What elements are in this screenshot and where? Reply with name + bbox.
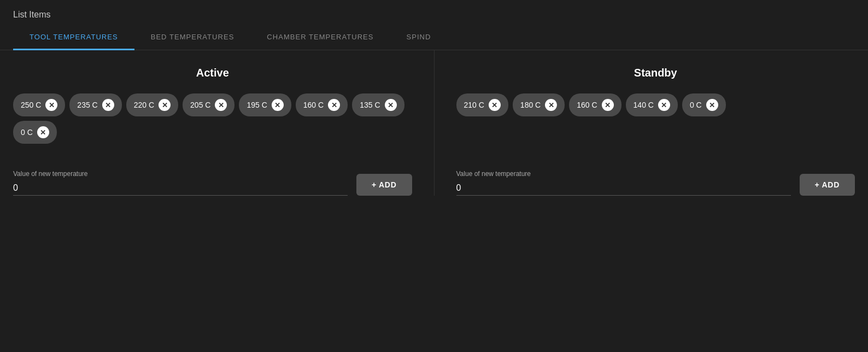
active-tag-2: 220 C✕ [126, 93, 178, 116]
standby-tag-label-2: 160 C [577, 101, 597, 109]
main-content: Active 250 C✕235 C✕220 C✕205 C✕195 C✕160… [0, 50, 868, 196]
standby-tag-2: 160 C✕ [569, 93, 621, 116]
active-tag-label-1: 235 C [77, 101, 97, 109]
standby-tag-remove-0[interactable]: ✕ [489, 99, 501, 111]
tabs-bar: TOOL TEMPERATURES BED TEMPERATURES CHAMB… [0, 25, 868, 50]
standby-tag-1: 180 C✕ [513, 93, 565, 116]
standby-tag-remove-1[interactable]: ✕ [545, 99, 557, 111]
active-tag-6: 135 C✕ [352, 93, 404, 116]
active-tag-3: 205 C✕ [183, 93, 234, 116]
active-tag-label-5: 160 C [303, 101, 324, 109]
active-tag-remove-1[interactable]: ✕ [102, 99, 114, 111]
standby-tag-remove-2[interactable]: ✕ [602, 99, 614, 111]
standby-section-title: Standby [456, 67, 855, 79]
standby-tag-label-1: 180 C [520, 101, 541, 109]
active-tag-remove-4[interactable]: ✕ [272, 99, 284, 111]
active-tag-7: 0 C✕ [13, 121, 57, 144]
active-tag-label-6: 135 C [360, 101, 380, 109]
standby-tag-4: 0 C✕ [682, 93, 726, 116]
tab-chamber-temperatures[interactable]: CHAMBER TEMPERATURES [250, 25, 390, 50]
tab-bed-temperatures[interactable]: BED TEMPERATURES [134, 25, 251, 50]
active-tag-remove-7[interactable]: ✕ [37, 126, 49, 138]
active-tag-remove-0[interactable]: ✕ [45, 99, 57, 111]
page-title: List Items [0, 0, 868, 25]
section-divider [434, 50, 435, 196]
active-tag-label-2: 220 C [134, 101, 154, 109]
active-temp-input[interactable] [13, 181, 348, 196]
active-tag-1: 235 C✕ [69, 93, 121, 116]
active-input-group: Value of new temperature [13, 170, 348, 196]
standby-add-button[interactable]: + ADD [800, 174, 855, 196]
active-tag-remove-2[interactable]: ✕ [159, 99, 171, 111]
active-section-title: Active [13, 67, 412, 79]
active-section: Active 250 C✕235 C✕220 C✕205 C✕195 C✕160… [13, 50, 412, 196]
active-tags-container: 250 C✕235 C✕220 C✕205 C✕195 C✕160 C✕135 … [13, 93, 412, 154]
active-add-row: Value of new temperature + ADD [13, 170, 412, 196]
standby-tag-0: 210 C✕ [456, 93, 508, 116]
standby-tags-container: 210 C✕180 C✕160 C✕140 C✕0 C✕ [456, 93, 855, 154]
standby-tag-label-0: 210 C [464, 101, 484, 109]
active-tag-remove-6[interactable]: ✕ [385, 99, 397, 111]
standby-input-group: Value of new temperature [456, 170, 791, 196]
standby-tag-3: 140 C✕ [626, 93, 678, 116]
standby-add-row: Value of new temperature + ADD [456, 170, 855, 196]
active-tag-label-3: 205 C [190, 101, 210, 109]
standby-tag-remove-4[interactable]: ✕ [706, 99, 718, 111]
standby-section: Standby 210 C✕180 C✕160 C✕140 C✕0 C✕ Val… [456, 50, 855, 196]
active-tag-5: 160 C✕ [296, 93, 348, 116]
active-tag-label-4: 195 C [247, 101, 267, 109]
tab-spind[interactable]: SPIND [390, 25, 447, 50]
standby-temp-input[interactable] [456, 181, 791, 196]
standby-tag-label-3: 140 C [634, 101, 654, 109]
active-tag-4: 195 C✕ [239, 93, 291, 116]
active-tag-0: 250 C✕ [13, 93, 65, 116]
active-input-label: Value of new temperature [13, 170, 348, 178]
active-add-button[interactable]: + ADD [356, 174, 412, 196]
active-tag-label-0: 250 C [21, 101, 41, 109]
active-tag-remove-3[interactable]: ✕ [215, 99, 227, 111]
active-tag-label-7: 0 C [21, 128, 33, 137]
standby-input-label: Value of new temperature [456, 170, 791, 178]
tab-tool-temperatures[interactable]: TOOL TEMPERATURES [13, 25, 134, 50]
standby-tag-label-4: 0 C [690, 101, 702, 109]
active-tag-remove-5[interactable]: ✕ [328, 99, 340, 111]
standby-tag-remove-3[interactable]: ✕ [658, 99, 670, 111]
